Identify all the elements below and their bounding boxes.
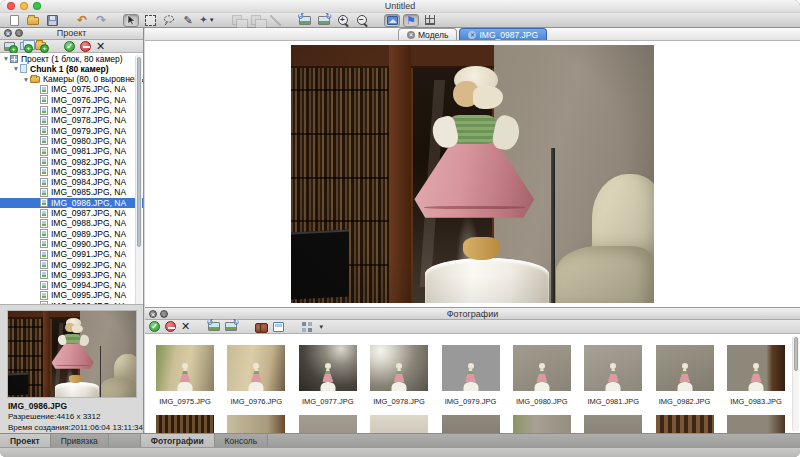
disable-photo-button[interactable] — [165, 321, 176, 332]
photo-thumbnail[interactable] — [724, 415, 788, 433]
show-images-toggle[interactable] — [384, 14, 400, 27]
rotate-left-button[interactable] — [297, 14, 313, 27]
thumbnail-image[interactable] — [299, 345, 357, 391]
thumbnail-image[interactable] — [156, 345, 214, 391]
tab-model[interactable]: ✕ Модель — [398, 28, 458, 40]
tree-scrollbar-thumb[interactable] — [137, 57, 141, 247]
bottom-tab-photos[interactable]: Фотографии — [141, 434, 215, 447]
tab-photo[interactable]: ✕ IMG_0987.JPG — [459, 28, 547, 40]
dropdown-arrow-icon[interactable]: ▼ — [318, 324, 324, 330]
add-folder-button[interactable] — [35, 42, 46, 50]
photo-thumbnail[interactable] — [653, 415, 717, 433]
photos-scrollbar-thumb[interactable] — [794, 337, 798, 371]
thumbnail-image[interactable] — [370, 415, 428, 433]
thumbnail-image[interactable] — [442, 345, 500, 391]
thumbnail-image[interactable] — [727, 415, 785, 433]
lasso-selection-button[interactable] — [161, 14, 177, 27]
draw-tool-button[interactable]: ✎ — [180, 14, 196, 27]
navigation-tool-button[interactable] — [123, 14, 139, 27]
bottom-tab-reference[interactable]: Привязка — [51, 434, 109, 447]
tree-item-image[interactable]: IMG_0990.JPG, NA — [0, 239, 143, 249]
thumbnail-image[interactable] — [584, 415, 642, 433]
thumbnail-image[interactable] — [584, 345, 642, 391]
thumbnail-image[interactable] — [227, 415, 285, 433]
tree-item-image[interactable]: IMG_0984.JPG, NA — [0, 177, 143, 187]
paste-button[interactable] — [248, 14, 264, 27]
tree-item-image[interactable]: IMG_0977.JPG, NA — [0, 105, 143, 115]
tree-item-image[interactable]: IMG_0981.JPG, NA — [0, 146, 143, 156]
tree-item-image[interactable]: IMG_0986.JPG, NA — [0, 198, 143, 208]
rotate-photo-left-button[interactable] — [208, 322, 220, 331]
thumbnail-image[interactable] — [727, 345, 785, 391]
photo-thumbnail[interactable]: IMG_0979.JPG — [439, 345, 503, 406]
thumbnail-image[interactable] — [227, 345, 285, 391]
details-view-button[interactable] — [255, 323, 268, 332]
photo-thumbnail[interactable]: IMG_0982.JPG — [653, 345, 717, 406]
layout-grid-button[interactable] — [422, 14, 438, 27]
tree-item-cameras[interactable]: ▼Камеры (80, 0 выровнены) — [0, 74, 143, 84]
zoom-out-button[interactable]: − — [354, 14, 370, 27]
photo-thumbnail[interactable]: IMG_0983.JPG — [724, 345, 788, 406]
copy-button[interactable] — [229, 14, 245, 27]
photo-view[interactable] — [291, 45, 654, 303]
tree-item-image[interactable]: IMG_0995.JPG, NA — [0, 290, 143, 300]
add-photos-button[interactable] — [4, 42, 15, 51]
add-chunk-button[interactable] — [20, 42, 30, 50]
tree-item-image[interactable]: IMG_0987.JPG, NA — [0, 208, 143, 218]
disable-button[interactable] — [80, 41, 91, 52]
tree-item-image[interactable]: IMG_0978.JPG, NA — [0, 115, 143, 125]
photo-thumbnail[interactable] — [296, 415, 360, 433]
tab-close-icon[interactable]: ✕ — [468, 31, 476, 39]
tree-scrollbar[interactable] — [135, 55, 142, 305]
photo-thumbnail[interactable] — [224, 415, 288, 433]
photo-thumbnail[interactable] — [510, 415, 574, 433]
disclosure-triangle-icon[interactable]: ▼ — [12, 65, 20, 72]
tree-item-chunk[interactable]: ▼Chunk 1 (80 камер) — [0, 64, 143, 74]
remove-photo-button[interactable]: ✕ — [181, 321, 190, 332]
icons-view-button[interactable] — [273, 322, 284, 332]
photo-thumbnail[interactable] — [581, 415, 645, 433]
tree-item-image[interactable]: IMG_0985.JPG, NA — [0, 187, 143, 197]
photo-thumbnail[interactable]: IMG_0981.JPG — [581, 345, 645, 406]
tree-item-image[interactable]: IMG_0979.JPG, NA — [0, 126, 143, 136]
thumbnail-image[interactable] — [156, 415, 214, 433]
remove-button[interactable]: ✕ — [96, 41, 105, 52]
bottom-tab-project[interactable]: Проект — [0, 434, 51, 447]
tab-close-icon[interactable]: ✕ — [407, 31, 415, 39]
thumbnail-image[interactable] — [442, 415, 500, 433]
photo-thumbnail[interactable]: IMG_0978.JPG — [367, 345, 431, 406]
rotate-photo-right-button[interactable] — [225, 322, 237, 331]
disclosure-triangle-icon[interactable]: ▼ — [22, 76, 30, 83]
photo-thumbnail[interactable]: IMG_0976.JPG — [224, 345, 288, 406]
magic-wand-button[interactable]: ✦▼ — [199, 14, 215, 27]
zoom-in-button[interactable]: + — [335, 14, 351, 27]
tree-item-image[interactable]: IMG_0980.JPG, NA — [0, 136, 143, 146]
thumbnail-image[interactable] — [370, 345, 428, 391]
photo-thumbnail[interactable] — [367, 415, 431, 433]
tree-item-image[interactable]: IMG_0988.JPG, NA — [0, 218, 143, 228]
new-document-button[interactable] — [6, 14, 22, 27]
disclosure-triangle-icon[interactable]: ▼ — [2, 55, 10, 62]
bottom-tab-console[interactable]: Консоль — [215, 434, 269, 447]
tree-item-project[interactable]: ▼Проект (1 блок, 80 камер) — [0, 53, 143, 63]
tree-item-image[interactable]: IMG_0983.JPG, NA — [0, 167, 143, 177]
photo-thumbnail[interactable] — [153, 415, 217, 433]
tree-item-image[interactable]: IMG_0991.JPG, NA — [0, 249, 143, 259]
tree-item-image[interactable]: IMG_0989.JPG, NA — [0, 228, 143, 238]
photos-scrollbar[interactable] — [792, 336, 799, 431]
thumbnail-image[interactable] — [513, 345, 571, 391]
rectangle-selection-button[interactable] — [142, 14, 158, 27]
save-project-button[interactable] — [44, 14, 60, 27]
thumbnail-image[interactable] — [513, 415, 571, 433]
tree-item-image[interactable]: IMG_0976.JPG, NA — [0, 95, 143, 105]
show-markers-toggle[interactable]: ⚑ — [403, 14, 419, 27]
thumbnail-image[interactable] — [656, 415, 714, 433]
enable-photo-button[interactable]: ✓ — [149, 321, 160, 332]
thumbnail-size-button[interactable] — [302, 322, 312, 332]
tree-item-image[interactable]: IMG_0982.JPG, NA — [0, 156, 143, 166]
photo-thumbnail[interactable]: IMG_0975.JPG — [153, 345, 217, 406]
open-project-button[interactable] — [25, 14, 41, 27]
tree-item-image[interactable]: IMG_0975.JPG, NA — [0, 84, 143, 94]
cut-line-button[interactable] — [267, 14, 283, 27]
photo-thumbnail[interactable] — [439, 415, 503, 433]
